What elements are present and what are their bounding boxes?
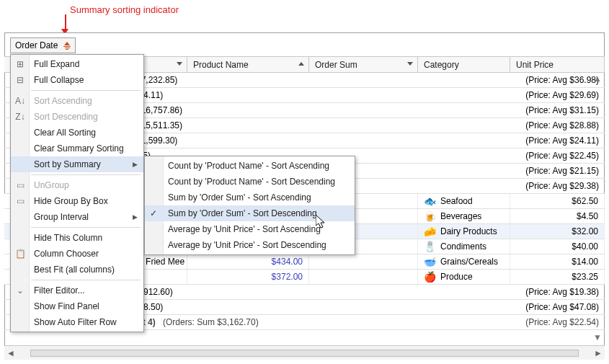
submenu-item-avg-desc[interactable]: Average by 'Unit Price' - Sort Descendin…: [145, 237, 355, 253]
column-header-order-sum[interactable]: Order Sum: [309, 57, 418, 72]
group-price: (Price: Avg $36.98): [525, 75, 599, 85]
scroll-up-button[interactable]: ▲: [592, 74, 603, 84]
menu-item-sort-ascending: A↓Sort Ascending: [11, 93, 143, 109]
menu-separator: [31, 174, 141, 175]
annotation-summary-sorting: Summary sorting indicator: [70, 4, 179, 15]
annotation-arrow-line: [65, 14, 66, 30]
sort-asc-icon: A↓: [14, 96, 27, 106]
group-chip-label: Order Date: [15, 40, 58, 50]
menu-item-ungroup: ▭UnGroup: [11, 177, 143, 193]
column-header-category[interactable]: Category: [418, 57, 510, 72]
filter-icon: ⌄: [14, 285, 27, 296]
menu-item-hide-group-by-box[interactable]: ▭Hide Group By Box: [11, 193, 143, 209]
category-icon: 🐟: [424, 196, 436, 206]
category-icon: 🍺: [424, 211, 436, 221]
menu-item-show-find-panel[interactable]: Show Find Panel: [11, 298, 143, 314]
sort-glyph-asc-icon: [298, 62, 304, 66]
menu-item-clear-all-sorting[interactable]: Clear All Sorting: [11, 125, 143, 141]
check-icon: ✓: [150, 208, 157, 218]
menu-item-full-collapse[interactable]: ⊟Full Collapse: [11, 72, 143, 88]
collapse-icon: ⊟: [14, 75, 27, 85]
menu-item-sort-descending: Z↓Sort Descending: [11, 109, 143, 125]
menu-item-sort-by-summary[interactable]: Sort by Summary▶: [11, 156, 143, 172]
menu-separator: [31, 227, 141, 228]
submenu-item-sum-desc[interactable]: ✓Sum by 'Order Sum' - Sort Descending: [145, 205, 355, 221]
submenu-item-sum-asc[interactable]: Sum by 'Order Sum' - Sort Ascending: [145, 190, 355, 205]
summary-sort-indicator-icon: [63, 42, 71, 50]
scrollbar-track[interactable]: [30, 350, 579, 357]
menu-item-best-fit[interactable]: Best Fit (all columns): [11, 262, 143, 278]
submenu-item-count-asc[interactable]: Count by 'Product Name' - Sort Ascending: [145, 158, 355, 174]
column-header-product-name[interactable]: Product Name: [187, 57, 309, 72]
category-icon: 🧂: [424, 241, 436, 252]
expand-icon: ⊞: [14, 59, 27, 69]
scroll-down-button[interactable]: ▼: [592, 332, 603, 342]
sort-by-summary-submenu: Count by 'Product Name' - Sort Ascending…: [144, 156, 355, 255]
horizontal-scrollbar[interactable]: ◄ ►: [4, 345, 605, 360]
sort-desc-icon: Z↓: [14, 112, 27, 122]
submenu-arrow-icon: ▶: [133, 213, 138, 221]
menu-item-hide-this-column[interactable]: Hide This Column: [11, 230, 143, 246]
menu-item-clear-summary-sorting[interactable]: Clear Summary Sorting: [11, 141, 143, 156]
category-icon: 🥣: [424, 257, 436, 267]
groupbox-icon: ▭: [14, 196, 27, 206]
column-chooser-icon: 📋: [14, 249, 27, 259]
column-context-menu: ⊞Full Expand ⊟Full Collapse A↓Sort Ascen…: [10, 54, 144, 332]
submenu-item-count-desc[interactable]: Count by 'Product Name' - Sort Descendin…: [145, 174, 355, 190]
category-icon: 🧀: [424, 226, 436, 236]
category-icon: 🍎: [424, 272, 436, 282]
column-header-unit-price[interactable]: Unit Price: [510, 57, 605, 72]
ungroup-icon: ▭: [14, 180, 27, 190]
sort-glyph-desc-icon: [407, 62, 413, 66]
menu-item-group-interval[interactable]: Group Interval▶: [11, 209, 143, 225]
group-panel-chip-order-date[interactable]: Order Date: [10, 37, 76, 53]
scroll-right-button[interactable]: ►: [592, 347, 605, 360]
menu-separator: [31, 280, 141, 280]
menu-separator: [31, 90, 141, 91]
menu-item-full-expand[interactable]: ⊞Full Expand: [11, 56, 143, 72]
submenu-arrow-icon: ▶: [133, 161, 138, 168]
menu-item-show-auto-filter-row[interactable]: Show Auto Filter Row: [11, 314, 143, 330]
scroll-left-button[interactable]: ◄: [4, 347, 17, 360]
menu-item-column-chooser[interactable]: 📋Column Chooser: [11, 246, 143, 262]
sort-glyph-desc-icon: [177, 62, 182, 66]
submenu-item-avg-asc[interactable]: Average by 'Unit Price' - Sort Ascending: [145, 221, 355, 237]
menu-item-filter-editor[interactable]: ⌄Filter Editor...: [11, 283, 143, 298]
